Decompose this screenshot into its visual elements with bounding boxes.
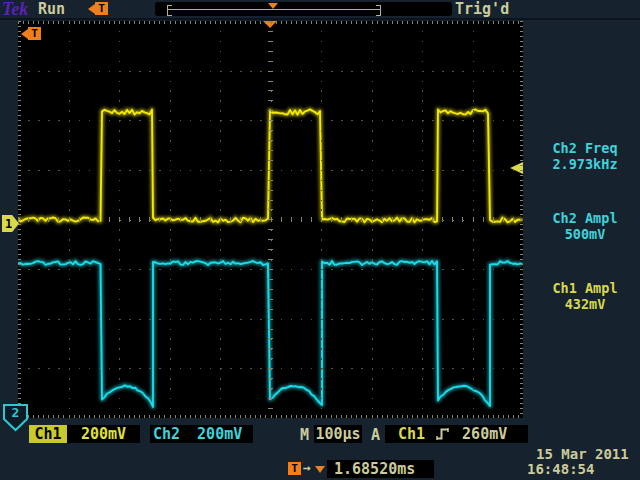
record-trigger-marker-icon [268,3,278,9]
ch2-scale-value: 200mV [197,425,242,443]
date-label: 15 Mar 2011 [536,446,629,462]
measurement-ch1-ampl: Ch1 Ampl 432mV [531,280,639,312]
arrow-left-icon [88,4,95,14]
ch1-scale-tag: Ch1 [29,425,67,443]
graticule-edge-ticks [18,21,21,418]
ch2-scale-tag: Ch2 [153,425,180,443]
delay-arrow-icon: → [303,460,311,475]
top-status-bar: Tek Run T Trig'd [0,0,640,20]
time-label: 16:48:54 [527,461,594,477]
record-view-bar [155,2,452,16]
trigger-readout: Ch1 260mV [385,425,528,443]
ch2-ground-marker: 2 [2,403,29,432]
arrow-left-icon [21,29,28,39]
measurement-value: 500mV [531,226,639,242]
graticule-edge-ticks [18,21,523,24]
trigger-position-icon: T [88,2,108,15]
graticule-edge-ticks [520,21,523,418]
trigger-level-value: 260mV [462,425,507,443]
measurement-ch2-freq: Ch2 Freq 2.973kHz [531,140,639,172]
trigger-t-icon: T [95,2,108,15]
trigger-mode-label: A [371,426,380,444]
graticule: T [18,21,523,418]
rising-edge-icon [436,427,449,441]
trigger-status: Trig'd [455,0,509,18]
graticule-edge-ticks [18,415,523,418]
record-window-bracket [167,9,381,10]
ch1-ground-marker: 1 [2,215,19,232]
bracket-left-cap-icon [167,5,172,16]
ch2-marker-label: 2 [12,405,20,420]
measurement-value: 2.973kHz [531,156,639,172]
trigger-source: Ch1 [398,425,425,443]
oscilloscope-screen: { "top_bar": { "logo": "Tek", "acq_statu… [0,0,640,480]
delay-triangle-icon [315,466,325,473]
timebase-label: M [300,426,309,444]
measurement-label: Ch2 Ampl [531,210,639,226]
center-horizontal-axis [18,217,523,222]
ch1-scale-readout: 200mV [67,425,140,443]
timebase-readout: 100µs [314,425,362,443]
tek-logo: Tek [2,0,28,20]
measurement-label: Ch1 Ampl [531,280,639,296]
measurement-ch2-ampl: Ch2 Ampl 500mV [531,210,639,242]
delay-trigger-t-icon: T [288,462,301,475]
pretrigger-offscreen-icon: T [21,27,41,40]
bracket-right-cap-icon [376,5,381,16]
delay-readout: 1.68520ms [327,460,434,478]
measurement-value: 432mV [531,296,639,312]
acquisition-status: Run [38,0,65,18]
ch2-scale-readout: Ch2 200mV [150,425,253,443]
measurement-label: Ch2 Freq [531,140,639,156]
trigger-t-icon: T [28,27,41,40]
